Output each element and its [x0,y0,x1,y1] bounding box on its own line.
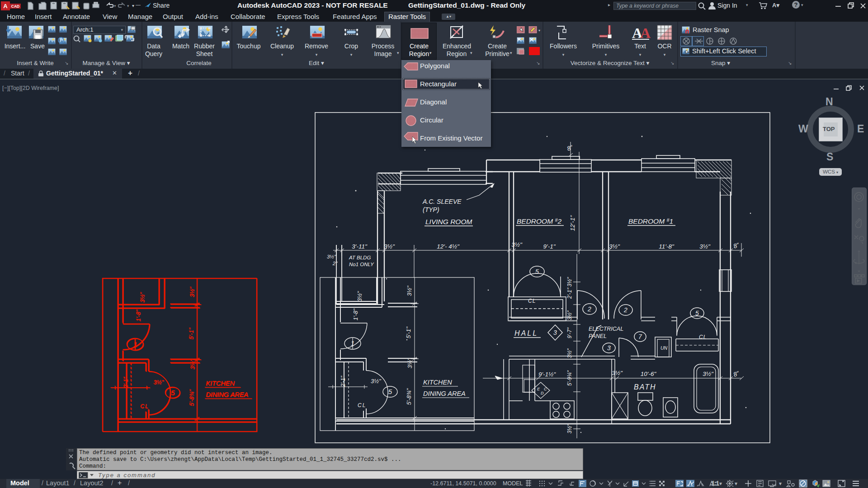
svg-text:8": 8" [566,144,574,152]
svg-text:ELECTRICAL: ELECTRICAL [589,326,623,332]
svg-text:3½": 3½" [609,243,620,250]
svg-text:3½": 3½" [699,243,711,250]
svg-text:3½": 3½" [566,424,573,434]
svg-text:5: 5 [535,268,539,275]
svg-text:3½": 3½" [612,370,623,376]
svg-text:3½": 3½" [703,371,714,377]
svg-text:3½": 3½" [511,241,523,248]
svg-text:3½": 3½" [566,277,573,287]
svg-text:CL: CL [699,334,707,340]
svg-text:—: — [136,2,141,7]
svg-text:1:1: 1:1 [712,480,719,487]
svg-text:(TYP): (TYP) [423,206,439,213]
svg-text:UN: UN [660,345,668,351]
svg-text:▾: ▾ [779,482,781,486]
svg-text:HALL: HALL [514,329,538,337]
svg-text:11'-8": 11'-8" [659,243,675,250]
svg-text:▾: ▾ [132,3,134,8]
svg-text:3½": 3½" [566,348,573,358]
svg-text:12'- 4½": 12'- 4½" [437,243,460,250]
svg-text:▾: ▾ [735,482,737,486]
svg-text:BATH: BATH [634,383,656,391]
svg-text:7: 7 [638,333,642,340]
svg-text:10'-6": 10'-6" [641,371,657,377]
svg-text:2: 2 [623,306,627,314]
svg-text:3: 3 [607,344,611,352]
svg-text:BEDROOM #2: BEDROOM #2 [517,217,562,225]
svg-text:3½": 3½" [566,310,573,320]
svg-text:CL: CL [528,298,536,304]
svg-text:A.C. SLEEVE: A.C. SLEEVE [422,198,462,205]
svg-text:3½": 3½" [327,254,336,259]
svg-text:A: A [3,3,8,9]
svg-text:9'-1½": 9'-1½" [538,371,556,378]
svg-text:3: 3 [553,329,557,336]
svg-text:No1 ONLY: No1 ONLY [349,262,374,267]
svg-text:LIVING ROOM: LIVING ROOM [425,218,472,225]
svg-text:Share: Share [153,2,170,9]
svg-text:▾: ▾ [720,482,722,486]
svg-text:CAD: CAD [11,4,19,9]
svg-text:▾: ▾ [127,4,129,8]
svg-text:▾: ▾ [538,28,540,33]
svg-text:▾: ▾ [114,4,116,8]
svg-text:5'-9¼": 5'-9¼" [566,370,573,386]
svg-text:8": 8" [732,241,741,250]
svg-text:3'-11": 3'-11" [352,243,368,250]
svg-text:PANEL: PANEL [589,333,607,339]
svg-text:8": 8" [732,370,741,378]
svg-text:C: C [544,387,547,391]
svg-text:D: D [541,391,544,395]
svg-text:A: A [640,25,651,41]
svg-text:E: E [537,387,540,391]
svg-text:5: 5 [695,310,699,317]
svg-text:9'-1": 9'-1" [543,243,556,250]
svg-text:BEDROOM #1: BEDROOM #1 [628,217,673,225]
svg-text:3½": 3½" [384,243,395,250]
svg-text:2": 2" [332,261,338,266]
svg-text:9'-7": 9'-7" [566,327,573,338]
svg-text:2: 2 [587,305,591,313]
svg-text:12'-1": 12'-1" [569,215,576,231]
svg-text:AT BLDG: AT BLDG [349,255,371,260]
svg-text:2'-1": 2'-1" [566,287,573,299]
